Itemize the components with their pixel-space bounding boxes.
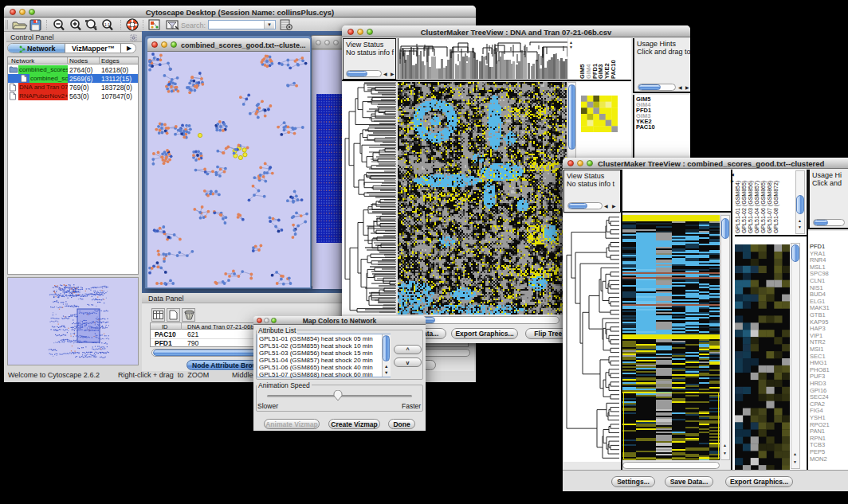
svg-text:GPL51-04 (GSM857): GPL51-04 (GSM857) <box>754 181 760 233</box>
svg-text:1:1: 1:1 <box>104 22 110 27</box>
svg-text:PAC10: PAC10 <box>610 60 617 79</box>
svg-text:GPL51-06 (GSM865): GPL51-06 (GSM865) <box>760 181 767 233</box>
svg-text:GPL51-01 (GSM854): GPL51-01 (GSM854) <box>735 181 741 233</box>
svg-text:GPL51-08 (GSM872): GPL51-08 (GSM872) <box>773 181 779 233</box>
svg-text:GPL51-03 (GSM856): GPL51-03 (GSM856) <box>748 181 754 233</box>
svg-text:MON2: MON2 <box>810 455 827 463</box>
svg-text:GPL51-07 (GSM868): GPL51-07 (GSM868) <box>767 181 773 233</box>
svg-text:GPL51-02 (GSM855): GPL51-02 (GSM855) <box>741 181 748 233</box>
